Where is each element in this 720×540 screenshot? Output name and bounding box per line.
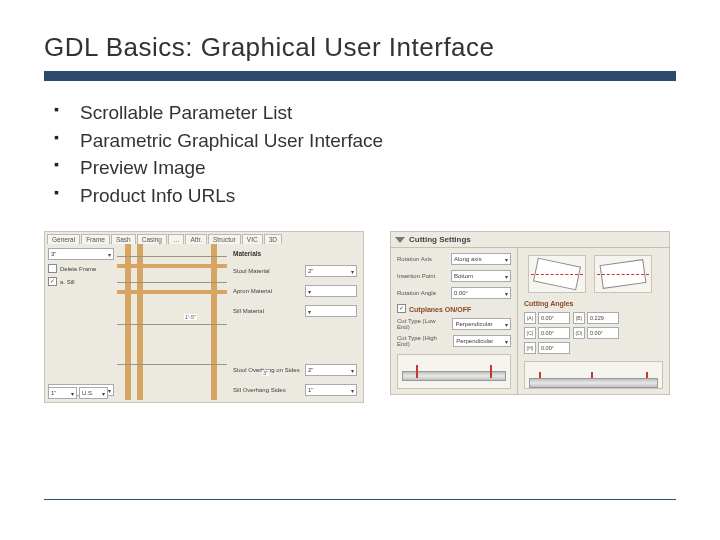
angles-header: Cutting Angles [524, 300, 663, 307]
material-select[interactable] [305, 285, 357, 297]
bullet-item: Product Info URLs [54, 182, 676, 210]
angle-select[interactable]: 0.00° [451, 287, 511, 299]
field-label: Rotation Angle [397, 290, 436, 296]
angle-tag: (A) [524, 312, 536, 324]
materials-header: Materials [233, 250, 357, 257]
cuttype-select[interactable]: Perpendicular [452, 318, 511, 330]
cut-line-icon [646, 372, 648, 378]
slide: GDL Basics: Graphical User Interface Scr… [0, 0, 720, 540]
bullet-item: Preview Image [54, 154, 676, 182]
unit-select[interactable]: 1" [48, 387, 77, 399]
delete-frame-checkbox[interactable]: Delete Frame [48, 264, 114, 273]
angle-tag: (D) [573, 327, 585, 339]
tab[interactable]: 3D [264, 234, 282, 244]
tab[interactable]: Attr. [185, 234, 207, 244]
axis-line-icon [531, 274, 583, 275]
section-preview: 1'-5" 3" [117, 244, 227, 400]
rod-diagram [524, 361, 663, 389]
frame-member [117, 290, 227, 294]
bullet-list: Scrollable Parameter List Parametric Gra… [54, 99, 676, 209]
checkbox-icon [397, 304, 406, 313]
dimension-label: 1'-5" [184, 314, 197, 320]
tab-bar: General Frame Sash Casing … Attr. Struct… [45, 232, 363, 244]
cutting-left-column: Rotation AxisAlong axis Insertion PointB… [391, 248, 517, 394]
material-select[interactable] [305, 305, 357, 317]
guide-line [117, 324, 227, 325]
frame-member [117, 264, 227, 268]
footer-rule [44, 499, 676, 500]
axis-diagram [594, 255, 652, 293]
angle-input[interactable]: 0.00° [538, 342, 570, 354]
screenshot-cutting-settings: Cutting Settings Rotation AxisAlong axis… [390, 231, 670, 395]
dimension-label: 3" [262, 370, 269, 376]
cut-line-icon [490, 365, 492, 378]
axis-diagram [528, 255, 586, 293]
bullet-item: Scrollable Parameter List [54, 99, 676, 127]
dim-select[interactable]: 3" [48, 248, 114, 260]
cutting-right-column: Cutting Angles (A)0.00° (B)0.229 (C)0.00… [517, 248, 669, 394]
tab[interactable]: Sash [111, 234, 136, 244]
tab[interactable]: Casing [137, 234, 167, 244]
field-label: Sill Overhang Sides [233, 387, 286, 393]
axis-select[interactable]: Along axis [451, 253, 511, 265]
tab[interactable]: Frame [81, 234, 110, 244]
material-select[interactable]: 2" [305, 265, 357, 277]
screenshot-parameter-panel: General Frame Sash Casing … Attr. Struct… [44, 231, 364, 403]
field-label: Sill Material [233, 308, 264, 314]
bullet-item: Parametric Graphical User Interface [54, 127, 676, 155]
field-label: Apron Material [233, 288, 272, 294]
slide-title: GDL Basics: Graphical User Interface [44, 32, 676, 63]
angle-input[interactable]: 0.00° [587, 327, 619, 339]
bottom-selects: 1" U.S. [48, 387, 108, 399]
guide-line [117, 256, 227, 257]
materials-column: Materials Stool Material2" Apron Materia… [227, 244, 363, 400]
left-controls: 3" Delete Frame a. Sill 5.5" [45, 244, 117, 400]
field-label: Rotation Axis [397, 256, 432, 262]
unit-select[interactable]: U.S. [79, 387, 108, 399]
axis-line-icon [597, 274, 649, 275]
field-label: Cut Type (Low End) [397, 318, 448, 330]
tab[interactable]: Structur [208, 234, 241, 244]
angle-tag: (B) [573, 312, 585, 324]
rod-icon [529, 378, 658, 388]
sill-checkbox[interactable]: a. Sill [48, 277, 114, 286]
tab[interactable]: VIC [242, 234, 263, 244]
angle-tag: (C) [524, 327, 536, 339]
overhang-select[interactable]: 1" [305, 384, 357, 396]
tab[interactable]: General [47, 234, 80, 244]
screenshot-row: General Frame Sash Casing … Attr. Struct… [44, 231, 676, 403]
angle-inputs: (A)0.00° (B)0.229 (C)0.00° (D)0.00° (H)0… [524, 312, 663, 354]
checkbox-label: Delete Frame [60, 266, 96, 272]
field-label: Stool Material [233, 268, 270, 274]
panel-title: Cutting Settings [409, 235, 471, 244]
angle-input[interactable]: 0.229 [587, 312, 619, 324]
checkbox-label: a. Sill [60, 279, 75, 285]
field-label: Cut Type (High End) [397, 335, 449, 347]
cut-line-icon [416, 365, 418, 378]
rod-diagram [397, 354, 511, 389]
guide-line [117, 364, 227, 365]
title-rule [44, 71, 676, 81]
angle-tag: (H) [524, 342, 536, 354]
cutplanes-checkbox[interactable]: Cutplanes ON/OFF [397, 304, 511, 313]
cut-line-icon [591, 372, 593, 378]
field-label: Insertion Point [397, 273, 435, 279]
cuttype-select[interactable]: Perpendicular [453, 335, 511, 347]
checkbox-icon [48, 277, 57, 286]
angle-input[interactable]: 0.00° [538, 327, 570, 339]
panel-header[interactable]: Cutting Settings [391, 232, 669, 248]
angle-input[interactable]: 0.00° [538, 312, 570, 324]
insertion-select[interactable]: Bottom [451, 270, 511, 282]
checkbox-label: Cutplanes ON/OFF [409, 306, 471, 313]
tab[interactable]: … [168, 234, 185, 244]
disclosure-triangle-icon [395, 237, 405, 243]
checkbox-icon [48, 264, 57, 273]
guide-line [117, 282, 227, 283]
overhang-select[interactable]: 2" [305, 364, 357, 376]
cut-line-icon [539, 372, 541, 378]
